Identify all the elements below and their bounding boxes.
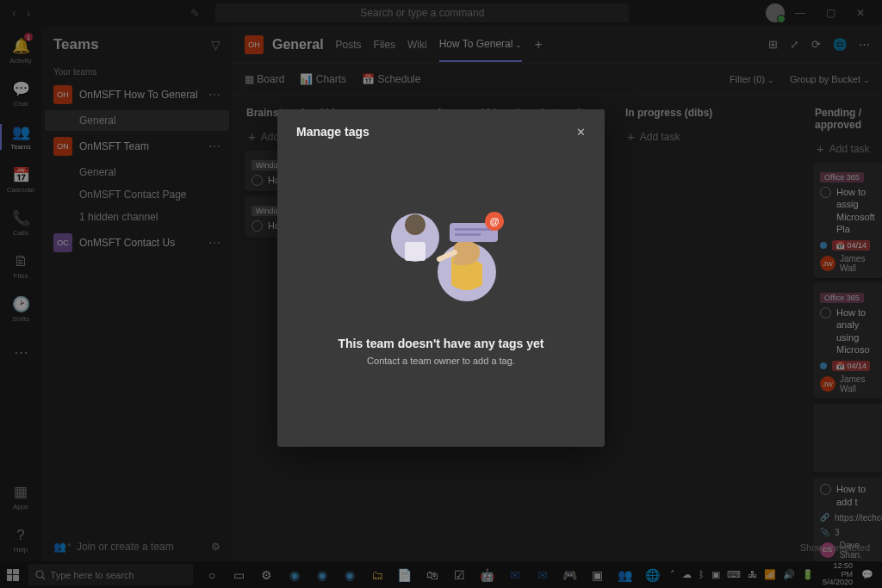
- dialog-message: This team doesn't have any tags yet: [296, 337, 586, 350]
- svg-rect-2: [405, 242, 425, 261]
- svg-text:@: @: [490, 216, 500, 226]
- svg-point-1: [405, 214, 425, 235]
- manage-tags-dialog: Manage tags ✕ @ This team doesn't have a…: [277, 109, 605, 447]
- svg-rect-5: [455, 228, 493, 231]
- close-icon[interactable]: ✕: [576, 126, 586, 139]
- illustration: @: [296, 190, 586, 311]
- dialog-subtext: Contact a team owner to add a tag.: [296, 356, 586, 366]
- svg-rect-6: [455, 233, 481, 236]
- dialog-title: Manage tags: [296, 125, 370, 139]
